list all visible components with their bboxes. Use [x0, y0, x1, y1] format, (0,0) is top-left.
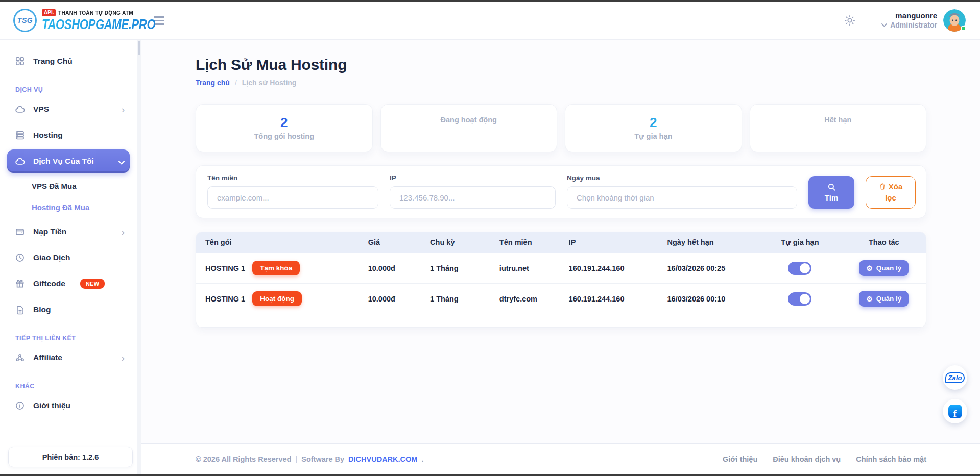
online-status-dot [961, 26, 966, 31]
cloud-icon [14, 156, 26, 167]
share-nodes-icon [14, 353, 26, 363]
avatar[interactable] [943, 9, 966, 32]
sidebar-item-deposit[interactable]: Nạp Tiền › [7, 220, 130, 243]
stat-card-total-hosting: 2 Tổng gói hosting [196, 104, 373, 152]
table-row: HOSTING 1 Hoạt động 10.000đ 1 Tháng dtry… [196, 284, 926, 314]
top-header: manguonre Administrator [141, 2, 980, 40]
col-header-cycle: Chu kỳ [426, 232, 495, 253]
facebook-button[interactable]: f [943, 399, 967, 423]
sidebar-item-affiliate[interactable]: Affiliate › [7, 346, 130, 369]
ip-cell: 160.191.244.160 [565, 253, 663, 284]
sidebar-item-hosting[interactable]: Hosting [7, 123, 130, 147]
sidebar-item-transactions[interactable]: Giao Dịch [7, 246, 130, 269]
domain-cell: dtryfc.com [495, 284, 565, 314]
cycle-cell: 1 Tháng [426, 284, 495, 314]
sidebar-item-label: Nạp Tiền [33, 227, 66, 236]
price-cell: 10.000đ [364, 284, 426, 314]
clock-icon [14, 253, 26, 263]
sidebar-scrollbar-thumb[interactable] [138, 41, 140, 55]
gear-icon: ⚙ [866, 295, 873, 303]
sidebar-scrollbar-track[interactable] [137, 40, 141, 474]
sidebar-item-about[interactable]: Giới thiệu [7, 394, 130, 417]
table-header-row: Tên gói Giá Chu kỳ Tên miền IP Ngày hết … [196, 232, 926, 253]
domain-filter-input[interactable] [207, 186, 378, 209]
user-menu[interactable]: manguonre Administrator [881, 9, 966, 32]
sidebar-item-label: Dịch Vụ Của Tôi [33, 157, 94, 166]
sidebar-item-giftcode[interactable]: Giftcode NEW [7, 272, 130, 295]
version-badge: Phiên bản: 1.2.6 [8, 447, 133, 467]
zalo-button[interactable]: Zalo [943, 365, 967, 390]
brand-logo[interactable]: TSG API. THANH TOÁN TỰ ĐỘNG ATM TAOSHOPG… [0, 2, 141, 40]
clear-filters-button[interactable]: Xóa lọc [866, 176, 916, 209]
sidebar-section-services: DỊCH VỤ [15, 86, 133, 93]
manage-button-label: Quản lý [876, 295, 902, 303]
wallet-icon [14, 227, 26, 237]
sidebar-item-my-services[interactable]: Dịch Vụ Của Tôi [7, 149, 130, 173]
breadcrumb-current: Lịch sử Hosting [242, 79, 297, 87]
footer-link-about[interactable]: Giới thiệu [723, 455, 757, 463]
footer-link-privacy[interactable]: Chính sách bảo mật [856, 455, 926, 463]
main-area: Lịch Sử Mua Hosting Trang chủ / Lịch sử … [141, 40, 980, 474]
ip-cell: 160.191.244.160 [565, 284, 663, 314]
tsg-monogram: TSG [13, 9, 37, 32]
stat-value: 2 [650, 116, 657, 129]
server-icon [14, 130, 26, 140]
sidebar: Trang Chủ DỊCH VỤ VPS › Hosting Dịch Vụ … [0, 40, 141, 474]
footer-links: Giới thiệu Điều khoản dịch vụ Chính sách… [723, 455, 926, 463]
expiry-cell: 16/03/2026 00:25 [663, 253, 758, 284]
sidebar-item-blog[interactable]: Blog [7, 298, 130, 321]
search-button[interactable]: Tìm [808, 176, 854, 209]
sidebar-section-affiliate: TIẾP THỊ LIÊN KẾT [15, 335, 133, 342]
sidebar-item-label: Affiliate [33, 353, 62, 362]
sidebar-item-home[interactable]: Trang Chủ [7, 49, 130, 73]
cloud-icon [14, 104, 26, 115]
sidebar-item-label: Giao Dịch [33, 253, 70, 262]
col-header-price: Giá [364, 232, 426, 253]
footer-copyright: © 2026 All Rights Reserved | Software By… [196, 455, 423, 463]
filter-panel: Tên miền IP Ngày mua Tìm Xóa lọ [196, 165, 926, 218]
cycle-cell: 1 Tháng [426, 253, 495, 284]
auto-renew-toggle[interactable] [788, 262, 811, 275]
sidebar-item-vps[interactable]: VPS › [7, 97, 130, 121]
zalo-icon: Zalo [945, 372, 965, 383]
package-name: HOSTING 1 [205, 264, 245, 272]
footer-separator: | [295, 455, 297, 463]
theme-toggle-sun-icon[interactable] [844, 15, 855, 26]
breadcrumb-home-link[interactable]: Trang chủ [196, 79, 230, 87]
stat-label: Đang hoạt động [441, 116, 497, 124]
manage-button[interactable]: ⚙Quản lý [859, 260, 909, 276]
sidebar-subitem-hosting-purchased[interactable]: Hosting Đã Mua [7, 197, 130, 217]
hosting-table-card: Tên gói Giá Chu kỳ Tên miền IP Ngày hết … [196, 232, 926, 328]
stat-card-auto-renew: 2 Tự gia hạn [565, 104, 742, 152]
col-header-package: Tên gói [196, 232, 364, 253]
sidebar-subitem-vps-purchased[interactable]: VPS Đã Mua [7, 176, 130, 196]
sidebar-section-other: KHÁC [15, 383, 133, 390]
window-frame-top [0, 0, 980, 2]
grid-icon [14, 56, 26, 66]
page-title: Lịch Sử Mua Hosting [196, 56, 926, 73]
manage-button[interactable]: ⚙Quản lý [859, 291, 909, 307]
stat-label: Tổng gói hosting [254, 132, 314, 140]
chevron-right-icon: › [122, 227, 125, 237]
stat-label: Tự gia hạn [634, 132, 672, 140]
software-link[interactable]: DICHVUDARK.COM [348, 455, 417, 463]
trash-icon [879, 183, 886, 190]
stat-label: Hết hạn [824, 116, 851, 124]
header-divider [868, 10, 868, 31]
sidebar-subitem-label: Hosting Đã Mua [32, 203, 89, 212]
auto-renew-toggle[interactable] [788, 292, 811, 306]
col-header-domain: Tên miền [495, 232, 565, 253]
stat-value: 2 [280, 116, 288, 129]
status-badge: Tạm khóa [252, 261, 300, 275]
col-header-auto-renew: Tự gia hạn [758, 232, 842, 253]
domain-cell: iutru.net [495, 253, 565, 284]
price-cell: 10.000đ [364, 253, 426, 284]
brand-name: TAOSHOPGAME.PRO [42, 18, 155, 32]
footer-link-terms[interactable]: Điều khoản dịch vụ [773, 455, 841, 463]
ip-filter-input[interactable] [390, 186, 556, 209]
package-name: HOSTING 1 [205, 295, 245, 303]
app-shell: TSG API. THANH TOÁN TỰ ĐỘNG ATM TAOSHOPG… [0, 2, 980, 474]
brand-tagline: THANH TOÁN TỰ ĐỘNG ATM [58, 10, 133, 16]
date-range-input[interactable] [567, 186, 797, 209]
manage-button-label: Quản lý [876, 264, 902, 272]
